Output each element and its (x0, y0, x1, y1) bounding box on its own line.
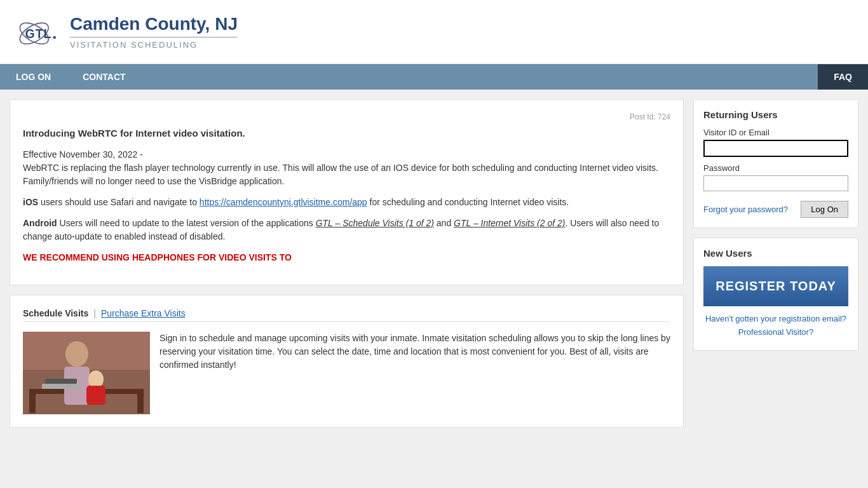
logo-area: GTL Camden County, NJ VISITATION SCHEDUL… (13, 10, 238, 54)
registration-email-link[interactable]: Haven't gotten your registration email? (703, 314, 848, 323)
site-subtitle: VISITATION SCHEDULING (70, 40, 238, 50)
article-body: Effective November 30, 2022 - WebRTC is … (23, 148, 670, 264)
svg-rect-7 (29, 394, 36, 413)
svg-rect-13 (42, 384, 80, 389)
new-users-title: New Users (703, 248, 848, 259)
schedule-tabs: Schedule Visits | Purchase Extra Visits (23, 308, 670, 322)
professional-visitor-link[interactable]: Professional Visitor? (703, 327, 848, 337)
warning-text: WE RECOMMEND USING HEADPHONES FOR VIDEO … (23, 251, 670, 264)
svg-point-9 (65, 341, 88, 367)
android-label: Android (23, 218, 57, 228)
svg-text:GTL: GTL (25, 27, 52, 41)
register-today-button[interactable]: REGISTER TODAY (703, 266, 848, 306)
left-column: Post Id: 724 Introducing WebRTC for Inte… (10, 99, 684, 428)
navbar: LOG ON CONTACT FAQ (0, 64, 868, 90)
tab-schedule-visits[interactable]: Schedule Visits (23, 308, 88, 322)
right-column: Returning Users Visitor ID or Email Pass… (693, 99, 858, 428)
ios-link[interactable]: https://camdencountynj.gtlvisitme.com/ap… (200, 197, 367, 207)
returning-users-title: Returning Users (703, 109, 848, 120)
site-title-area: Camden County, NJ VISITATION SCHEDULING (70, 14, 238, 50)
nav-faq[interactable]: FAQ (818, 64, 868, 90)
schedule-image (23, 332, 150, 414)
article-title: Introducing WebRTC for Internet video vi… (23, 128, 670, 139)
android-link1[interactable]: GTL – Schedule Visits (1 of 2) (316, 218, 434, 228)
new-users-panel: New Users REGISTER TODAY Haven't gotten … (693, 238, 858, 351)
nav-contact[interactable]: CONTACT (67, 64, 141, 90)
effective-date-text: Effective November 30, 2022 - WebRTC is … (23, 148, 670, 188)
schedule-panel: Schedule Visits | Purchase Extra Visits (10, 295, 684, 428)
schedule-content: Sign in to schedule and manage upcoming … (23, 332, 670, 414)
new-user-links: Haven't gotten your registration email? … (703, 314, 848, 337)
post-id: Post Id: 724 (23, 112, 670, 121)
schedule-description: Sign in to schedule and manage upcoming … (159, 332, 670, 414)
password-input[interactable] (703, 175, 848, 191)
forgot-password-link[interactable]: Forgot your password? (703, 205, 788, 214)
site-county-name: Camden County, NJ (70, 14, 238, 37)
ios-paragraph: iOS users should use Safari and navigate… (23, 196, 670, 209)
svg-point-3 (53, 36, 56, 39)
android-link2[interactable]: GTL – Internet Visits (2 of 2) (454, 218, 565, 228)
forgot-password-row: Forgot your password? Log On (703, 201, 848, 218)
svg-rect-14 (45, 379, 77, 384)
android-paragraph: Android Users will need to update to the… (23, 217, 670, 243)
visitor-id-input[interactable] (703, 140, 848, 157)
ios-label: iOS (23, 197, 38, 207)
gtl-logo: GTL (13, 10, 64, 54)
nav-logon[interactable]: LOG ON (0, 64, 67, 90)
svg-rect-12 (86, 386, 105, 405)
visitor-id-label: Visitor ID or Email (703, 128, 848, 137)
password-label: Password (703, 163, 848, 173)
svg-point-11 (88, 370, 104, 388)
tab-separator: | (93, 308, 96, 322)
returning-users-panel: Returning Users Visitor ID or Email Pass… (693, 99, 858, 228)
site-header: GTL Camden County, NJ VISITATION SCHEDUL… (0, 0, 868, 64)
logon-button[interactable]: Log On (801, 201, 848, 218)
article-panel: Post Id: 724 Introducing WebRTC for Inte… (10, 99, 684, 285)
svg-rect-8 (137, 394, 144, 413)
tab-purchase-extra-visits[interactable]: Purchase Extra Visits (101, 308, 186, 322)
main-content: Post Id: 724 Introducing WebRTC for Inte… (0, 90, 868, 437)
